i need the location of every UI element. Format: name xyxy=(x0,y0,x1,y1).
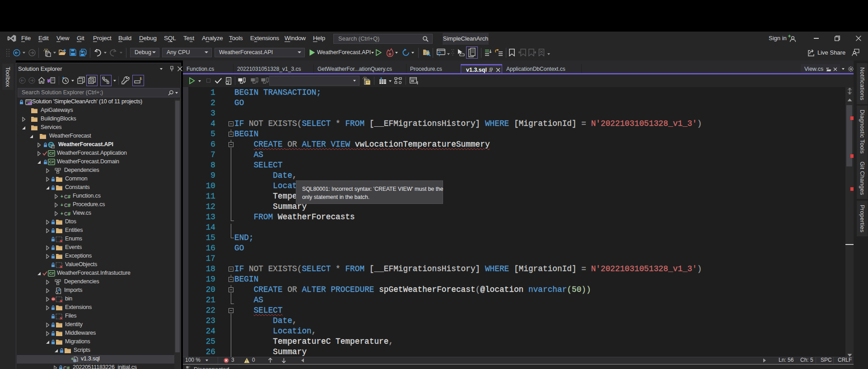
svg-text:C: C xyxy=(64,194,68,199)
svg-text:+: + xyxy=(61,203,63,208)
svg-text:C#: C# xyxy=(49,151,54,156)
svg-text:C: C xyxy=(64,203,68,208)
svg-text:C#: C# xyxy=(49,160,54,164)
svg-text:#: # xyxy=(68,194,70,199)
svg-text:C: C xyxy=(64,211,68,217)
svg-text:#: # xyxy=(67,365,70,369)
svg-text:C: C xyxy=(63,365,67,369)
svg-text:+: + xyxy=(61,211,63,216)
svg-text:#: # xyxy=(68,211,70,217)
svg-text:C#: C# xyxy=(49,271,54,276)
svg-text:+: + xyxy=(61,194,63,199)
svg-text:#: # xyxy=(68,203,70,208)
